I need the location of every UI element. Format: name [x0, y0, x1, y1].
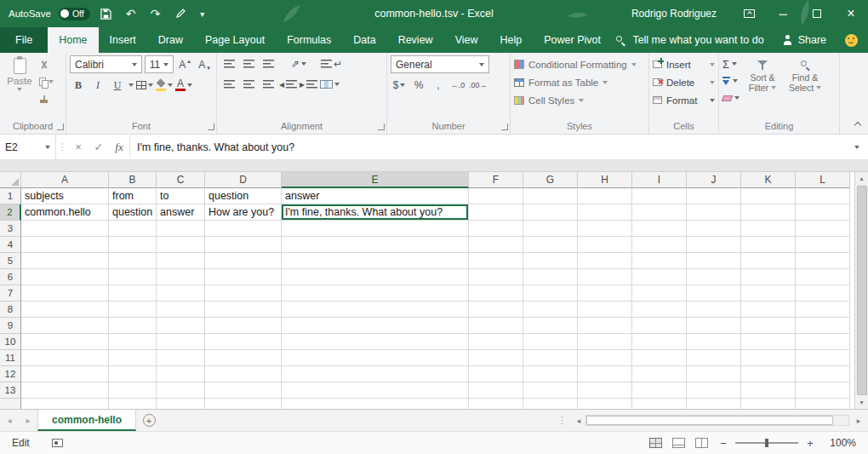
cell-K6[interactable] — [741, 269, 796, 285]
cell-J8[interactable] — [687, 302, 741, 318]
ribbon-tab-formulas[interactable]: Formulas — [276, 27, 342, 53]
autosum-button[interactable]: Σ — [722, 56, 740, 72]
row-header-10[interactable]: 10 — [0, 334, 21, 350]
cell-I2[interactable] — [632, 204, 687, 221]
cell-D2[interactable]: How are you? — [205, 204, 282, 221]
cell-F5[interactable] — [469, 253, 523, 269]
column-header-D[interactable]: D — [205, 172, 282, 188]
cell-L14[interactable] — [796, 399, 850, 409]
cell-C7[interactable] — [157, 285, 205, 302]
cell-E2[interactable]: I'm fine, thanks. What about you? — [282, 204, 469, 221]
formula-bar-resize-handle[interactable]: ⋮ — [56, 135, 68, 159]
cancel-entry-button[interactable]: × — [68, 135, 89, 159]
ribbon-tab-view[interactable]: View — [444, 27, 489, 53]
cell-F11[interactable] — [469, 350, 523, 366]
cell-C9[interactable] — [157, 318, 205, 334]
user-name[interactable]: Rodrigo Rodriguez — [631, 8, 717, 20]
align-right-button[interactable] — [260, 76, 277, 93]
cell-H14[interactable] — [578, 399, 632, 409]
cell-J4[interactable] — [687, 237, 741, 253]
cell-B7[interactable] — [109, 285, 157, 302]
row-header-1[interactable]: 1 — [0, 188, 21, 204]
cell-A8[interactable] — [21, 302, 109, 318]
cell-B11[interactable] — [109, 350, 157, 366]
ribbon-tab-help[interactable]: Help — [489, 27, 534, 53]
horizontal-scrollbar-thumb[interactable] — [586, 416, 833, 425]
cell-B14[interactable] — [109, 399, 157, 409]
scroll-left-arrow[interactable]: ◂ — [572, 417, 585, 425]
cell-K13[interactable] — [741, 382, 796, 399]
horizontal-scrollbar[interactable]: ◂ ▸ — [572, 410, 868, 431]
ribbon-tab-page-layout[interactable]: Page Layout — [194, 27, 276, 53]
cell-L9[interactable] — [796, 318, 850, 334]
sort-filter-button[interactable]: Sort & Filter — [743, 55, 782, 106]
select-all-button[interactable] — [0, 172, 21, 188]
column-header-J[interactable]: J — [687, 172, 741, 188]
cell-D3[interactable] — [205, 221, 282, 237]
save-button[interactable] — [98, 4, 115, 23]
cell-C14[interactable] — [157, 399, 205, 409]
fill-button[interactable] — [722, 73, 740, 89]
cell-L11[interactable] — [796, 350, 850, 366]
cell-G9[interactable] — [523, 318, 578, 334]
cell-D14[interactable] — [205, 399, 282, 409]
cell-B13[interactable] — [109, 382, 157, 399]
increase-font-size-button[interactable]: A▴ — [176, 56, 193, 73]
scroll-down-arrow[interactable]: ▾ — [855, 396, 868, 409]
cell-C3[interactable] — [157, 221, 205, 237]
ribbon-tab-data[interactable]: Data — [342, 27, 386, 53]
cell-H8[interactable] — [578, 302, 632, 318]
autosave-toggle[interactable]: Off — [59, 8, 90, 20]
scroll-right-arrow[interactable]: ▸ — [849, 417, 868, 425]
cell-H12[interactable] — [578, 366, 632, 382]
row-header-8[interactable]: 8 — [0, 302, 21, 318]
cell-B8[interactable] — [109, 302, 157, 318]
cell-A14[interactable] — [21, 399, 109, 409]
cell-G5[interactable] — [523, 253, 578, 269]
cell-J9[interactable] — [687, 318, 741, 334]
ribbon-tab-draw[interactable]: Draw — [147, 27, 194, 53]
middle-align-button[interactable] — [240, 55, 257, 72]
expand-formula-bar-button[interactable] — [846, 135, 868, 159]
cell-I3[interactable] — [632, 221, 687, 237]
cell-A7[interactable] — [21, 285, 109, 302]
cell-I8[interactable] — [632, 302, 687, 318]
cell-F4[interactable] — [469, 237, 523, 253]
cell-I5[interactable] — [632, 253, 687, 269]
cell-G10[interactable] — [523, 334, 578, 350]
column-header-L[interactable]: L — [796, 172, 850, 188]
cell-I6[interactable] — [632, 269, 687, 285]
cell-C12[interactable] — [157, 366, 205, 382]
font-color-button[interactable]: A — [175, 77, 192, 94]
find-select-button[interactable]: Find & Select — [785, 55, 825, 106]
cell-C2[interactable]: answer — [157, 204, 205, 221]
tab-bar-resize-handle[interactable]: ⋮ — [552, 410, 572, 431]
cell-I14[interactable] — [632, 399, 687, 409]
cell-H10[interactable] — [578, 334, 632, 350]
enter-entry-button[interactable]: ✓ — [89, 135, 109, 159]
draw-pen-button[interactable] — [172, 4, 189, 23]
font-name-select[interactable]: Calibri — [70, 55, 142, 73]
cell-G1[interactable] — [523, 188, 578, 204]
share-button[interactable]: Share — [783, 34, 826, 46]
vertical-scrollbar-thumb[interactable] — [857, 186, 867, 395]
zoom-slider-thumb[interactable] — [765, 439, 768, 447]
fill-color-button[interactable] — [156, 77, 173, 94]
conditional-formatting-button[interactable]: Conditional Formatting — [514, 55, 645, 73]
cell-C6[interactable] — [157, 269, 205, 285]
cell-K5[interactable] — [741, 253, 796, 269]
cell-A6[interactable] — [21, 269, 109, 285]
insert-cells-button[interactable]: Insert — [653, 55, 715, 73]
cell-E4[interactable] — [282, 237, 469, 253]
cell-E6[interactable] — [282, 269, 469, 285]
maximize-button[interactable] — [800, 0, 834, 27]
cell-K2[interactable] — [741, 204, 796, 221]
column-header-K[interactable]: K — [741, 172, 796, 188]
cell-I1[interactable] — [632, 188, 687, 204]
decrease-font-size-button[interactable]: A▾ — [196, 56, 213, 73]
number-format-select[interactable]: General — [391, 55, 489, 73]
merge-center-button[interactable] — [320, 76, 340, 93]
cell-C13[interactable] — [157, 382, 205, 399]
cell-L8[interactable] — [796, 302, 850, 318]
cell-L1[interactable] — [796, 188, 850, 204]
